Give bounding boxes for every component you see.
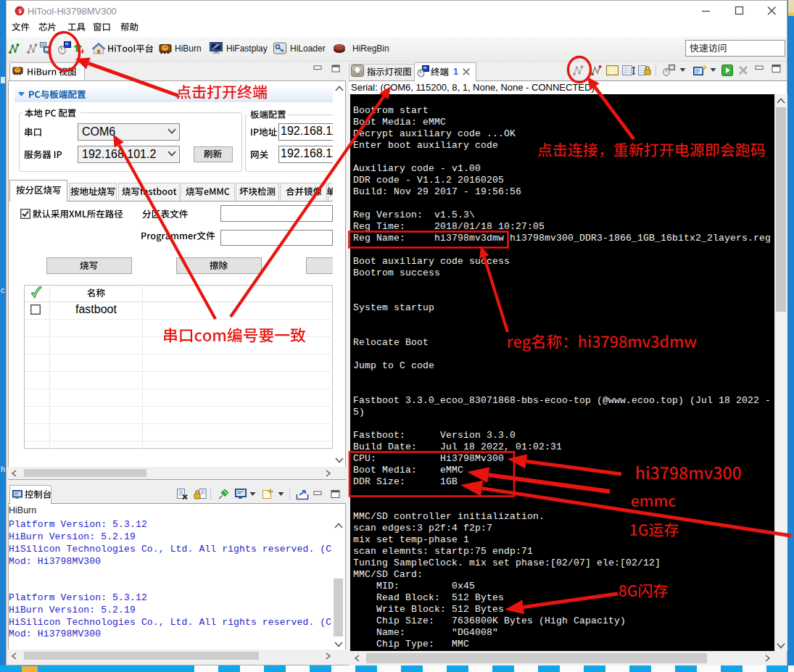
svg-text:c: c (1, 286, 5, 294)
svg-text:h: h (1, 465, 5, 473)
